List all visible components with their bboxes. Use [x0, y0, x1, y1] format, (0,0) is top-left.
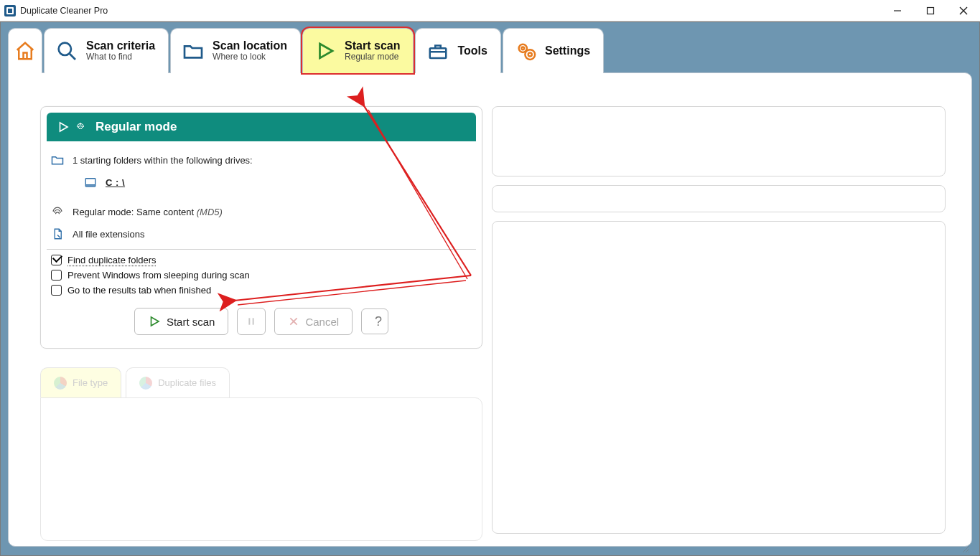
- folder-icon: [181, 39, 205, 63]
- svg-marker-15: [151, 317, 159, 326]
- option-prevent-sleep[interactable]: Prevent Windows from sleeping during sca…: [47, 268, 476, 283]
- start-scan-button[interactable]: Start scan: [134, 308, 229, 335]
- drive-link[interactable]: C : \: [106, 177, 125, 188]
- right-panel-1: [492, 106, 946, 176]
- starting-folders-label: 1 starting folders within the following …: [73, 155, 253, 166]
- cancel-button[interactable]: Cancel: [274, 308, 353, 335]
- close-icon: [288, 316, 299, 327]
- svg-point-9: [521, 47, 524, 50]
- app-body: Scan criteria What to find Scan location…: [0, 22, 980, 556]
- checkbox-icon: [51, 255, 62, 265]
- folder-icon: [50, 153, 65, 167]
- mode-title: Regular mode: [95, 120, 177, 134]
- extensions-label: All file extensions: [73, 229, 144, 240]
- checkbox-label: Find duplicate folders: [67, 255, 157, 265]
- svg-line-5: [70, 54, 75, 60]
- svg-rect-14: [85, 185, 95, 187]
- search-icon: [55, 39, 79, 63]
- option-goto-results[interactable]: Go to the results tab when finished: [47, 283, 476, 298]
- checkbox-label: Go to the results tab when finished: [67, 285, 211, 296]
- tab-duplicate-files[interactable]: Duplicate files: [126, 367, 230, 397]
- svg-rect-7: [430, 48, 447, 58]
- results-area: [40, 397, 482, 541]
- svg-line-20: [963, 546, 969, 552]
- tab-settings[interactable]: Settings: [503, 28, 604, 73]
- svg-point-11: [528, 53, 532, 57]
- pause-icon: [246, 316, 257, 327]
- play-icon: [148, 315, 161, 328]
- tab-scan-criteria[interactable]: Scan criteria What to find: [44, 28, 169, 73]
- tab-title: Tools: [457, 44, 487, 57]
- pause-button[interactable]: [237, 308, 266, 335]
- button-label: Cancel: [305, 316, 339, 328]
- svg-marker-12: [60, 123, 68, 131]
- maximize-button[interactable]: [914, 0, 947, 21]
- pie-icon: [54, 377, 67, 390]
- fingerprint-icon: [50, 204, 65, 219]
- content-panel: Regular mode 1 starting folders within t…: [8, 72, 972, 547]
- window-controls: [881, 0, 980, 21]
- file-filter-icon: [50, 227, 65, 240]
- gear-icon: [513, 39, 538, 63]
- window-title: Duplicate Cleaner Pro: [20, 6, 108, 16]
- results-tabs-area: File type Duplicate files: [40, 367, 482, 541]
- minimize-button[interactable]: [881, 0, 914, 21]
- mode-banner: Regular mode: [47, 113, 476, 141]
- svg-marker-6: [320, 44, 333, 58]
- tab-file-type[interactable]: File type: [40, 367, 121, 397]
- mode-description: Regular mode: Same content (MD5): [73, 207, 223, 217]
- tab-start-scan[interactable]: Start scan Regular mode: [302, 28, 414, 73]
- tab-subtitle: Where to look: [213, 52, 287, 62]
- tab-label: Duplicate files: [158, 377, 216, 388]
- checkbox-label: Prevent Windows from sleeping during sca…: [67, 270, 250, 281]
- fingerprint-icon: [74, 121, 87, 133]
- right-panel-2: [492, 185, 946, 212]
- tab-home[interactable]: [8, 28, 42, 73]
- tab-title: Scan location: [213, 39, 287, 52]
- option-find-duplicate-folders[interactable]: Find duplicate folders: [47, 253, 476, 268]
- svg-point-10: [525, 50, 535, 60]
- tab-tools[interactable]: Tools: [415, 28, 500, 73]
- play-icon: [57, 121, 70, 133]
- app-icon: [4, 5, 16, 17]
- tab-title: Settings: [545, 44, 590, 57]
- drive-icon: [83, 176, 98, 189]
- button-label: ?: [375, 314, 382, 329]
- tab-subtitle: What to find: [86, 52, 155, 62]
- help-button[interactable]: ?: [361, 308, 388, 334]
- tab-label: File type: [73, 377, 108, 388]
- scan-summary-card: Regular mode 1 starting folders within t…: [40, 106, 482, 349]
- checkbox-icon: [51, 285, 62, 296]
- checkbox-icon: [51, 270, 62, 281]
- tab-title: Scan criteria: [86, 39, 155, 52]
- tab-subtitle: Regular mode: [345, 52, 400, 62]
- tab-title: Start scan: [345, 39, 400, 52]
- tab-scan-location[interactable]: Scan location Where to look: [170, 28, 301, 73]
- svg-line-22: [969, 552, 969, 552]
- right-panel-3: [492, 221, 946, 534]
- toolbox-icon: [426, 39, 450, 63]
- home-icon: [13, 39, 37, 63]
- svg-rect-13: [85, 179, 95, 185]
- pie-icon: [139, 377, 152, 390]
- resize-grip[interactable]: [960, 543, 970, 553]
- svg-point-4: [59, 43, 71, 55]
- svg-rect-1: [928, 7, 934, 14]
- titlebar: Duplicate Cleaner Pro: [0, 0, 980, 22]
- close-button[interactable]: [947, 0, 980, 21]
- main-tabbar: Scan criteria What to find Scan location…: [8, 28, 972, 73]
- button-label: Start scan: [167, 316, 215, 328]
- play-icon: [313, 39, 337, 63]
